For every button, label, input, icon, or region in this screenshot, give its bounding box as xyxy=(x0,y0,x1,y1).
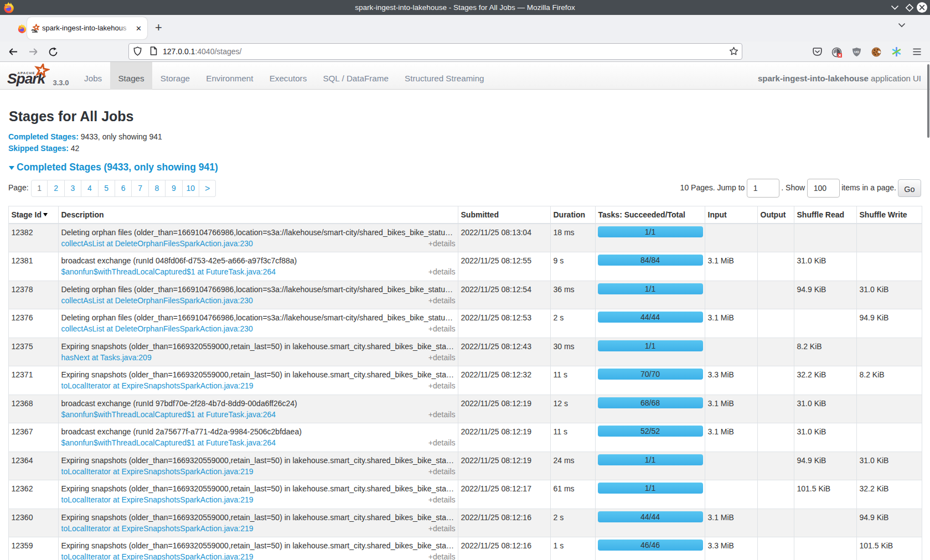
svg-text:UO: UO xyxy=(854,50,859,54)
